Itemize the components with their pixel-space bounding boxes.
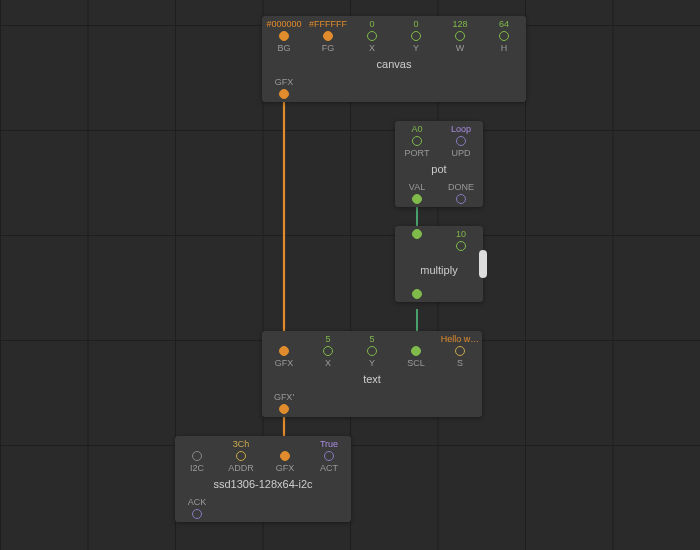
port-dot[interactable] <box>412 136 422 146</box>
pin-canvas-bg[interactable]: #000000 BG <box>262 18 306 54</box>
port-dot[interactable] <box>236 451 246 461</box>
port-dot[interactable] <box>192 509 202 519</box>
pin-pot-done[interactable]: DONE <box>439 181 483 205</box>
port-dot[interactable] <box>280 451 290 461</box>
node-pot[interactable]: A0 PORT Loop UPD pot VAL DONE <box>395 121 483 207</box>
pin-ssd-i2c[interactable]: I2C <box>175 438 219 474</box>
port-dot[interactable] <box>279 31 289 41</box>
pin-ssd-ack[interactable]: ACK <box>175 496 219 520</box>
port-dot[interactable] <box>279 89 289 99</box>
port-dot[interactable] <box>499 31 509 41</box>
node-multiply[interactable]: 10 multiply <box>395 226 483 302</box>
pin-ssd-gfx[interactable]: GFX <box>263 438 307 474</box>
pin-canvas-x[interactable]: 0 X <box>350 18 394 54</box>
variadic-handle[interactable] <box>479 250 487 278</box>
node-text[interactable]: GFX 5 X 5 Y SCL Hello w… S text GFX' <box>262 331 482 417</box>
port-dot[interactable] <box>456 194 466 204</box>
port-dot[interactable] <box>367 346 377 356</box>
pin-multiply-a[interactable] <box>395 228 439 252</box>
pin-text-scl[interactable]: SCL <box>394 333 438 369</box>
pin-canvas-h[interactable]: 64 H <box>482 18 526 54</box>
node-title: ssd1306-128x64-i2c <box>175 474 351 496</box>
pin-pot-port[interactable]: A0 PORT <box>395 123 439 159</box>
port-dot[interactable] <box>323 346 333 356</box>
pin-canvas-y[interactable]: 0 Y <box>394 18 438 54</box>
pin-pot-upd[interactable]: Loop UPD <box>439 123 483 159</box>
pin-text-out-gfx[interactable]: GFX' <box>262 391 306 415</box>
port-dot[interactable] <box>367 31 377 41</box>
port-dot[interactable] <box>412 229 422 239</box>
pin-text-s[interactable]: Hello w… S <box>438 333 482 369</box>
pin-canvas-fg[interactable]: #FFFFFF FG <box>306 18 350 54</box>
pin-pot-val[interactable]: VAL <box>395 181 439 205</box>
pin-text-gfx[interactable]: GFX <box>262 333 306 369</box>
port-dot[interactable] <box>456 136 466 146</box>
pin-canvas-w[interactable]: 128 W <box>438 18 482 54</box>
port-dot[interactable] <box>279 404 289 414</box>
port-dot[interactable] <box>456 241 466 251</box>
pin-multiply-b[interactable]: 10 <box>439 228 483 252</box>
node-canvas[interactable]: #000000 BG #FFFFFF FG 0 X 0 Y 128 W 64 H <box>262 16 526 102</box>
port-dot[interactable] <box>411 346 421 356</box>
port-dot[interactable] <box>279 346 289 356</box>
pin-ssd-addr[interactable]: 3Ch ADDR <box>219 438 263 474</box>
node-title: multiply <box>395 252 483 288</box>
node-ssd1306[interactable]: I2C 3Ch ADDR GFX True ACT ssd1306-128x64… <box>175 436 351 522</box>
pin-ssd-act[interactable]: True ACT <box>307 438 351 474</box>
port-dot[interactable] <box>411 31 421 41</box>
port-dot[interactable] <box>455 346 465 356</box>
port-dot[interactable] <box>412 289 422 299</box>
pin-text-x[interactable]: 5 X <box>306 333 350 369</box>
port-dot[interactable] <box>455 31 465 41</box>
pin-canvas-out-gfx[interactable]: GFX <box>262 76 306 100</box>
node-title: canvas <box>262 54 526 76</box>
port-dot[interactable] <box>323 31 333 41</box>
pin-text-y[interactable]: 5 Y <box>350 333 394 369</box>
node-title: pot <box>395 159 483 181</box>
pin-multiply-out[interactable] <box>395 288 439 300</box>
port-dot[interactable] <box>192 451 202 461</box>
port-dot[interactable] <box>324 451 334 461</box>
node-title: text <box>262 369 482 391</box>
port-dot[interactable] <box>412 194 422 204</box>
